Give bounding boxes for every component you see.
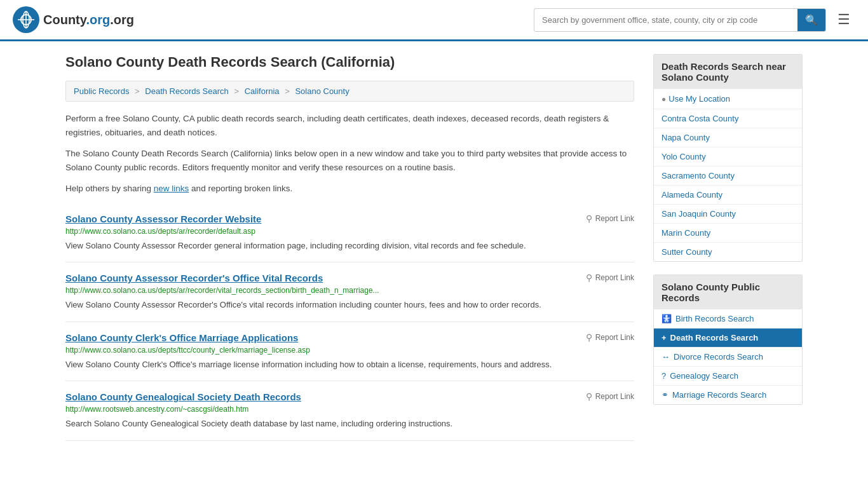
report-link-3[interactable]: ⚲ Report Link bbox=[586, 391, 634, 402]
public-record-item: ↔Divorce Records Search bbox=[654, 348, 802, 367]
nearby-county-link-1[interactable]: Napa County bbox=[654, 128, 802, 147]
breadcrumb-public-records[interactable]: Public Records bbox=[74, 86, 129, 96]
results-list: Solano County Assessor Recorder Website … bbox=[65, 203, 634, 441]
search-input[interactable] bbox=[534, 10, 797, 30]
public-records-list: 🚼Birth Records Search+Death Records Sear… bbox=[654, 309, 802, 404]
logo-text: County.org.org bbox=[43, 13, 134, 27]
new-links-link[interactable]: new links bbox=[154, 184, 189, 193]
use-my-location-link[interactable]: Use My Location bbox=[668, 94, 730, 104]
nearby-county-link-5[interactable]: San Joaquin County bbox=[654, 205, 802, 223]
nearby-county-item: Sacramento County bbox=[654, 166, 802, 186]
nearby-header: Death Records Search near Solano County bbox=[654, 55, 802, 89]
hamburger-menu-button[interactable]: ☰ bbox=[832, 9, 855, 30]
description-para2: The Solano County Death Records Search (… bbox=[65, 147, 634, 174]
report-link-1[interactable]: ⚲ Report Link bbox=[586, 273, 634, 283]
nearby-county-link-2[interactable]: Yolo County bbox=[654, 147, 802, 166]
report-icon: ⚲ bbox=[586, 391, 592, 402]
nearby-county-item: Contra Costa County bbox=[654, 109, 802, 128]
public-record-item: ?Genealogy Search bbox=[654, 367, 802, 386]
search-bar: 🔍 bbox=[534, 8, 826, 32]
breadcrumb-california[interactable]: California bbox=[245, 86, 280, 96]
result-item: Solano County Assessor Recorder Website … bbox=[65, 203, 634, 263]
result-desc-1: View Solano County Assessor Recorder's O… bbox=[65, 299, 634, 311]
report-icon: ⚲ bbox=[586, 214, 592, 224]
result-item: Solano County Assessor Recorder's Office… bbox=[65, 262, 634, 322]
description-para1: Perform a free Solano County, CA public … bbox=[65, 112, 634, 139]
public-record-item: +Death Records Search bbox=[654, 329, 802, 348]
result-title-3[interactable]: Solano County Genealogical Society Death… bbox=[65, 391, 301, 402]
result-title-2[interactable]: Solano County Clerk's Office Marriage Ap… bbox=[65, 332, 298, 343]
use-location-item: ● Use My Location bbox=[654, 89, 802, 109]
nearby-counties-list: Contra Costa CountyNapa CountyYolo Count… bbox=[654, 109, 802, 261]
result-header: Solano County Assessor Recorder's Office… bbox=[65, 273, 634, 283]
sidebar: Death Records Search near Solano County … bbox=[653, 54, 803, 441]
report-icon: ⚲ bbox=[586, 332, 592, 342]
result-header: Solano County Genealogical Society Death… bbox=[65, 391, 634, 402]
result-desc-0: View Solano County Assessor Recorder gen… bbox=[65, 240, 634, 252]
report-link-2[interactable]: ⚲ Report Link bbox=[586, 332, 634, 342]
public-records-section: Solano County Public Records 🚼Birth Reco… bbox=[653, 274, 803, 405]
public-record-link-2[interactable]: ↔Divorce Records Search bbox=[654, 348, 802, 366]
public-record-link-1[interactable]: +Death Records Search bbox=[654, 329, 802, 347]
main-content: Solano County Death Records Search (Cali… bbox=[65, 54, 634, 441]
nearby-county-link-6[interactable]: Marin County bbox=[654, 224, 802, 242]
public-record-link-3[interactable]: ?Genealogy Search bbox=[654, 367, 802, 385]
report-icon: ⚲ bbox=[586, 273, 592, 283]
result-title-1[interactable]: Solano County Assessor Recorder's Office… bbox=[65, 273, 323, 283]
nearby-county-link-4[interactable]: Alameda County bbox=[654, 186, 802, 204]
header-right: 🔍 ☰ bbox=[534, 8, 855, 32]
result-desc-3: Search Solano County Genealogical Societ… bbox=[65, 417, 634, 430]
nearby-county-item: Yolo County bbox=[654, 147, 802, 166]
description-para3: Help others by sharing new links and rep… bbox=[65, 182, 634, 196]
public-record-item: 🚼Birth Records Search bbox=[654, 309, 802, 329]
result-url-0: http://www.co.solano.ca.us/depts/ar/reco… bbox=[65, 227, 634, 236]
public-record-item: ⚭Marriage Records Search bbox=[654, 386, 802, 404]
result-desc-2: View Solano County Clerk's Office's marr… bbox=[65, 358, 634, 371]
search-button[interactable]: 🔍 bbox=[797, 9, 825, 31]
nearby-section: Death Records Search near Solano County … bbox=[653, 54, 803, 262]
public-record-link-4[interactable]: ⚭Marriage Records Search bbox=[654, 386, 802, 404]
result-header: Solano County Clerk's Office Marriage Ap… bbox=[65, 332, 634, 343]
result-header: Solano County Assessor Recorder Website … bbox=[65, 214, 634, 224]
result-url-2: http://www.co.solano.ca.us/depts/ttcc/co… bbox=[65, 346, 634, 355]
nearby-county-item: San Joaquin County bbox=[654, 205, 802, 224]
nearby-county-link-0[interactable]: Contra Costa County bbox=[654, 109, 802, 128]
breadcrumb-solano[interactable]: Solano County bbox=[295, 86, 349, 96]
public-record-link-0[interactable]: 🚼Birth Records Search bbox=[654, 309, 802, 328]
result-item: Solano County Genealogical Society Death… bbox=[65, 381, 634, 441]
result-title-0[interactable]: Solano County Assessor Recorder Website bbox=[65, 214, 261, 224]
report-link-0[interactable]: ⚲ Report Link bbox=[586, 214, 634, 224]
main-container: Solano County Death Records Search (Cali… bbox=[53, 41, 815, 454]
nearby-county-item: Sutter County bbox=[654, 243, 802, 261]
nearby-county-item: Napa County bbox=[654, 128, 802, 147]
result-url-1: http://www.co.solano.ca.us/depts/ar/reco… bbox=[65, 286, 634, 295]
location-icon: ● bbox=[661, 95, 666, 104]
header: County.org.org 🔍 ☰ bbox=[0, 0, 868, 41]
nearby-county-item: Alameda County bbox=[654, 186, 802, 205]
breadcrumb-death-records[interactable]: Death Records Search bbox=[145, 86, 229, 96]
logo-icon bbox=[13, 6, 39, 33]
nearby-county-link-3[interactable]: Sacramento County bbox=[654, 166, 802, 185]
logo-area: County.org.org bbox=[13, 6, 134, 33]
public-records-header: Solano County Public Records bbox=[654, 275, 802, 309]
result-item: Solano County Clerk's Office Marriage Ap… bbox=[65, 322, 634, 382]
breadcrumb: Public Records > Death Records Search > … bbox=[65, 81, 634, 102]
nearby-county-link-7[interactable]: Sutter County bbox=[654, 243, 802, 261]
result-url-3: http://www.rootsweb.ancestry.com/~cascgs… bbox=[65, 405, 634, 414]
page-title: Solano County Death Records Search (Cali… bbox=[65, 54, 634, 71]
nearby-county-item: Marin County bbox=[654, 224, 802, 243]
